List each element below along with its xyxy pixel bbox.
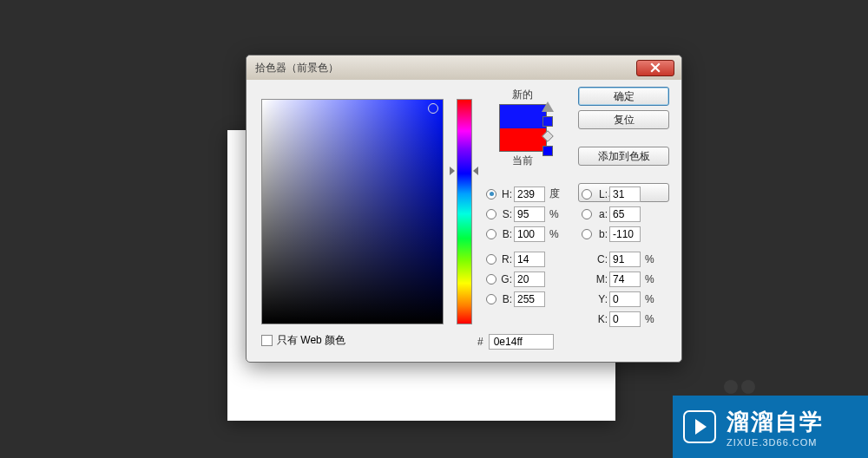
- radio-b-hsb[interactable]: [486, 229, 496, 239]
- radio-a[interactable]: [582, 209, 592, 219]
- radio-g[interactable]: [486, 274, 496, 285]
- saturation-field[interactable]: [261, 99, 444, 324]
- input-y[interactable]: 0: [609, 291, 641, 307]
- input-s[interactable]: 95: [514, 206, 545, 222]
- input-h[interactable]: 239: [514, 186, 545, 202]
- label-l: L:: [594, 188, 608, 200]
- close-icon: [650, 62, 661, 73]
- input-b-lab[interactable]: -110: [609, 226, 641, 242]
- web-only-label: 只有 Web 颜色: [277, 333, 345, 348]
- label-h: H:: [498, 188, 512, 200]
- label-r: R:: [498, 253, 512, 265]
- ok-button[interactable]: 确定: [578, 87, 669, 106]
- radio-h[interactable]: [486, 189, 496, 200]
- label-a: a:: [594, 208, 608, 220]
- brand-cn: 溜溜自学: [727, 407, 824, 437]
- brand-en: ZIXUE.3D66.COM: [727, 437, 824, 448]
- unit-y: %: [642, 293, 656, 305]
- gamut-warning-icon[interactable]: [542, 101, 554, 112]
- hex-hash-icon: #: [477, 336, 483, 348]
- unit-s: %: [547, 208, 561, 220]
- radio-s[interactable]: [486, 209, 496, 219]
- input-m[interactable]: 74: [609, 272, 641, 287]
- dialog-body: 只有 Web 颜色 新的 当前 确定 复位 添加到色板 颜色库: [247, 80, 681, 362]
- label-g: G:: [498, 273, 512, 285]
- unit-h: 度: [547, 186, 561, 201]
- hex-input[interactable]: 0e14ff: [489, 334, 554, 350]
- web-only-row: 只有 Web 颜色: [261, 333, 345, 348]
- label-k: K:: [594, 313, 608, 325]
- label-s: S:: [498, 208, 512, 220]
- input-a[interactable]: 65: [609, 206, 641, 222]
- unit-m: %: [642, 273, 656, 285]
- input-b-hsb[interactable]: 100: [514, 226, 545, 242]
- label-b-rgb: B:: [498, 293, 512, 305]
- new-color-swatch[interactable]: [500, 105, 546, 128]
- color-compare-swatch: [499, 104, 547, 152]
- current-color-swatch[interactable]: [500, 128, 546, 152]
- label-c: C:: [594, 253, 608, 265]
- input-l[interactable]: 31: [609, 186, 641, 202]
- color-picker-dialog: 拾色器（前景色） 只有 Web 颜色 新的 当前: [246, 55, 682, 363]
- titlebar[interactable]: 拾色器（前景色）: [247, 56, 681, 80]
- input-c[interactable]: 91: [609, 252, 641, 267]
- gamut-warnings: [542, 101, 554, 156]
- dialog-title: 拾色器（前景色）: [255, 61, 339, 75]
- websafe-nearest-swatch[interactable]: [542, 146, 553, 156]
- label-m: M:: [594, 273, 608, 285]
- hue-slider[interactable]: [457, 99, 472, 324]
- hue-pointer-left-icon: [450, 167, 455, 175]
- label-b-lab: b:: [594, 228, 608, 240]
- reset-button[interactable]: 复位: [578, 110, 669, 129]
- hex-row: # 0e14ff: [477, 334, 554, 350]
- input-r[interactable]: 14: [514, 252, 545, 267]
- label-y: Y:: [594, 293, 608, 305]
- radio-b-rgb[interactable]: [486, 294, 496, 304]
- input-g[interactable]: 20: [514, 272, 545, 287]
- unit-k: %: [642, 313, 656, 325]
- brand-watermark: 溜溜自学 ZIXUE.3D66.COM: [673, 396, 868, 458]
- input-b-rgb[interactable]: 255: [514, 291, 545, 307]
- close-button[interactable]: [636, 60, 674, 76]
- play-icon: [683, 410, 716, 443]
- watermark-dots-icon: [722, 380, 757, 394]
- unit-c: %: [642, 253, 656, 265]
- unit-b-hsb: %: [547, 228, 561, 240]
- radio-l[interactable]: [582, 189, 592, 200]
- radio-b-lab[interactable]: [582, 229, 592, 239]
- radio-r[interactable]: [486, 254, 496, 265]
- web-only-checkbox[interactable]: [261, 335, 273, 346]
- input-k[interactable]: 0: [609, 311, 641, 327]
- add-to-swatches-button[interactable]: 添加到色板: [578, 147, 669, 166]
- hue-pointer-right-icon: [473, 167, 478, 175]
- saturation-cursor[interactable]: [428, 103, 438, 114]
- new-color-label: 新的: [488, 88, 557, 102]
- label-b-hsb: B:: [498, 228, 512, 240]
- gamut-nearest-swatch[interactable]: [542, 116, 553, 127]
- websafe-warning-icon[interactable]: [542, 130, 554, 142]
